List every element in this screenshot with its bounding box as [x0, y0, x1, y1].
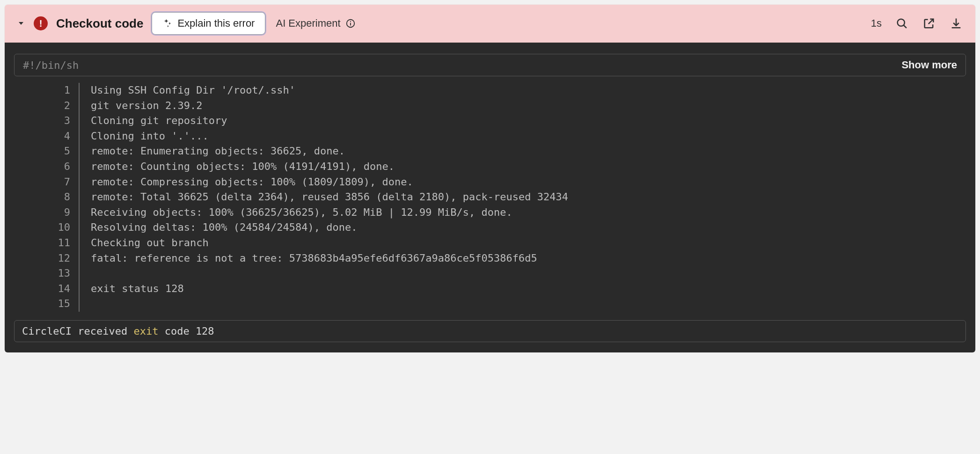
line-number: 7: [14, 175, 80, 190]
log-line: [80, 296, 966, 312]
line-number: 6: [14, 159, 80, 175]
ai-experiment-label: AI Experiment: [276, 17, 340, 29]
footer-keyword: exit: [133, 325, 158, 337]
ai-experiment-label-group: AI Experiment: [276, 17, 355, 29]
caret-down-icon[interactable]: [17, 19, 25, 28]
log-output: 1Using SSH Config Dir '/root/.ssh'2git v…: [14, 83, 966, 312]
log-line: git version 2.39.2: [80, 98, 966, 114]
log-line: remote: Counting objects: 100% (4191/419…: [80, 159, 966, 175]
open-external-icon[interactable]: [922, 16, 936, 30]
log-line: Cloning into '.'...: [80, 129, 966, 144]
line-number: 12: [14, 251, 80, 266]
line-number: 2: [14, 98, 80, 114]
svg-line-4: [904, 25, 907, 28]
log-line: Checking out branch: [80, 235, 966, 251]
error-status-icon: !: [34, 16, 48, 30]
line-number: 13: [14, 266, 80, 281]
explain-error-label: Explain this error: [177, 17, 255, 29]
sparkle-icon: [162, 18, 173, 29]
line-number: 4: [14, 129, 80, 144]
log-line: exit status 128: [80, 281, 966, 297]
download-icon[interactable]: [949, 16, 963, 30]
log-line: [80, 266, 966, 281]
log-line: Cloning git repository: [80, 113, 966, 129]
log-line: fatal: reference is not a tree: 5738683b…: [80, 251, 966, 266]
footer-prefix: CircleCI received: [22, 325, 133, 337]
line-number: 1: [14, 83, 80, 98]
search-icon[interactable]: [895, 16, 909, 30]
log-line: remote: Enumerating objects: 36625, done…: [80, 144, 966, 159]
line-number: 11: [14, 235, 80, 251]
svg-point-2: [350, 21, 351, 22]
exit-code-footer: CircleCI received exit code 128: [14, 320, 966, 342]
line-number: 10: [14, 220, 80, 235]
command-bar: #!/bin/sh Show more: [14, 54, 966, 76]
line-number: 15: [14, 296, 80, 312]
step-panel: ! Checkout code Explain this error AI Ex…: [5, 5, 975, 352]
step-duration: 1s: [871, 17, 882, 29]
svg-point-3: [898, 19, 905, 26]
line-number: 14: [14, 281, 80, 297]
log-line: remote: Total 36625 (delta 2364), reused…: [80, 190, 966, 205]
step-header-left: ! Checkout code Explain this error AI Ex…: [17, 12, 863, 35]
line-number: 8: [14, 190, 80, 205]
line-number: 3: [14, 113, 80, 129]
log-line: Receiving objects: 100% (36625/36625), 5…: [80, 205, 966, 220]
step-header[interactable]: ! Checkout code Explain this error AI Ex…: [5, 5, 975, 43]
line-number: 9: [14, 205, 80, 220]
explain-error-button[interactable]: Explain this error: [152, 12, 265, 35]
log-line: Resolving deltas: 100% (24584/24584), do…: [80, 220, 966, 235]
step-body: #!/bin/sh Show more 1Using SSH Config Di…: [5, 43, 975, 352]
log-line: remote: Compressing objects: 100% (1809/…: [80, 175, 966, 190]
step-header-right: 1s: [871, 16, 963, 30]
log-line: Using SSH Config Dir '/root/.ssh': [80, 83, 966, 98]
info-icon[interactable]: [345, 18, 356, 29]
command-text: #!/bin/sh: [23, 59, 79, 71]
footer-suffix: code 128: [158, 325, 214, 337]
line-number: 5: [14, 144, 80, 159]
show-more-button[interactable]: Show more: [901, 59, 957, 71]
step-title: Checkout code: [56, 16, 143, 31]
